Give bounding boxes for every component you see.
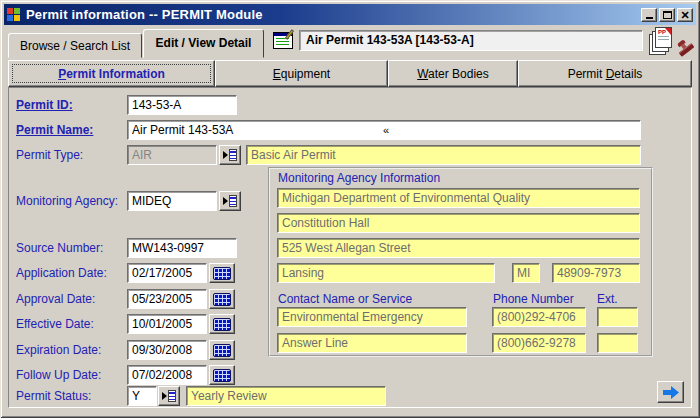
permit-type-dropdown-button[interactable] <box>219 145 241 165</box>
phone-number-header: Phone Number <box>493 291 574 307</box>
tab-label: Water Bodies <box>417 67 489 81</box>
tab-label-post: ater Bodies <box>428 67 489 81</box>
window-title: Permit information -- PERMIT Module <box>26 7 263 22</box>
permit-type-label: Permit Type: <box>16 145 83 165</box>
monitoring-agency-dropdown-button[interactable] <box>219 191 241 211</box>
record-display: Air Permit 143-53A [143-53-A] <box>299 30 643 51</box>
application-date-calendar-button[interactable] <box>209 263 235 283</box>
agency-state-field: MI <box>512 263 540 283</box>
permit-name-input[interactable] <box>127 120 641 140</box>
agency-name-field: Michigan Department of Environmental Qua… <box>277 188 640 208</box>
expiration-date-label: Expiration Date: <box>16 340 101 360</box>
tab-label-pre: Permit <box>568 67 606 81</box>
monitoring-agency-input[interactable] <box>127 191 217 211</box>
hotkey-letter: P <box>58 67 66 81</box>
agency-zip-field: 48909-7973 <box>552 263 640 283</box>
tab-water-bodies[interactable]: Water Bodies <box>388 60 518 87</box>
approval-date-input[interactable] <box>127 289 207 309</box>
tab-label-post: etails <box>614 67 642 81</box>
report-icon: PP <box>655 27 672 48</box>
tab-equipment[interactable]: Equipment <box>215 60 388 87</box>
tab-label-post: quipment <box>281 67 330 81</box>
ext-header: Ext. <box>597 291 618 307</box>
windows-logo-icon[interactable] <box>7 8 22 22</box>
titlebar[interactable]: Permit information -- PERMIT Module ✕ <box>4 4 696 25</box>
tab-label: Equipment <box>273 67 330 81</box>
dropdown-arrow-icon <box>162 392 167 400</box>
maximize-button[interactable] <box>659 8 675 22</box>
application-date-input[interactable] <box>127 263 207 283</box>
permit-type-description: Basic Air Permit <box>246 145 641 165</box>
pencil-icon <box>285 29 294 40</box>
permit-status-label: Permit Status: <box>16 386 91 406</box>
permit-module-window: Permit information -- PERMIT Module ✕ Br… <box>0 0 700 418</box>
dropdown-list-icon <box>168 390 176 402</box>
follow-up-date-input[interactable] <box>127 365 207 385</box>
tab-label: Permit Details <box>568 67 643 81</box>
calendar-icon <box>213 369 231 382</box>
agency-city-field: Lansing <box>277 263 495 283</box>
next-record-button[interactable] <box>657 381 684 403</box>
minimize-button[interactable] <box>641 8 657 22</box>
close-button[interactable]: ✕ <box>677 8 693 22</box>
effective-date-input[interactable] <box>127 314 207 334</box>
right-arrow-icon <box>663 386 679 399</box>
approval-date-calendar-button[interactable] <box>209 289 235 309</box>
monitoring-agency-label: Monitoring Agency: <box>16 191 118 211</box>
monitoring-agency-panel-title: Monitoring Agency Information <box>278 171 440 185</box>
maximize-icon <box>663 11 672 19</box>
red-flag-icon <box>665 28 671 35</box>
expiration-date-calendar-button[interactable] <box>209 340 235 360</box>
stamp-icon <box>673 36 697 60</box>
permit-id-input[interactable] <box>127 95 237 115</box>
minimize-icon <box>646 17 653 19</box>
follow-up-date-calendar-button[interactable] <box>209 365 235 385</box>
calendar-icon <box>213 267 231 280</box>
contact-name-header: Contact Name or Service <box>278 291 412 307</box>
dropdown-list-icon <box>229 149 237 161</box>
follow-up-date-label: Follow Up Date: <box>16 365 101 385</box>
permit-name-label: Permit Name: <box>16 120 93 140</box>
agency-address1-field: Constitution Hall <box>277 213 640 233</box>
application-date-label: Application Date: <box>16 263 107 283</box>
effective-date-calendar-button[interactable] <box>209 314 235 334</box>
tab-permit-information[interactable]: Permit Information <box>8 60 215 87</box>
calendar-icon <box>213 344 231 357</box>
source-number-label: Source Number: <box>16 238 103 258</box>
dropdown-list-icon <box>229 195 237 207</box>
expiration-date-input[interactable] <box>127 340 207 360</box>
close-icon: ✕ <box>680 10 689 20</box>
permit-status-input[interactable] <box>127 386 157 406</box>
effective-date-label: Effective Date: <box>16 314 94 334</box>
permit-id-label: Permit ID: <box>16 95 73 115</box>
dropdown-arrow-icon <box>223 151 228 159</box>
contact-ext-field <box>597 307 638 327</box>
calendar-icon <box>213 293 231 306</box>
contact-name-field: Answer Line <box>277 333 467 353</box>
tab-permit-details[interactable]: Permit Details <box>518 60 692 87</box>
contact-ext-field <box>597 333 638 353</box>
contact-phone-field: (800)662-9278 <box>492 333 586 353</box>
dropdown-arrow-icon <box>223 197 228 205</box>
form-window-icon[interactable] <box>273 32 293 49</box>
source-number-input[interactable] <box>127 238 237 258</box>
calendar-icon <box>213 318 231 331</box>
tab-label-post: ermit Information <box>66 67 165 81</box>
approval-date-label: Approval Date: <box>16 289 95 309</box>
tab-label: Permit Information <box>58 67 165 81</box>
permit-type-input <box>127 145 217 165</box>
hotkey-letter: E <box>273 67 281 81</box>
report-icon-lines <box>658 36 669 41</box>
contact-phone-field: (800)292-4706 <box>492 307 586 327</box>
permit-status-description: Yearly Review <box>186 386 386 406</box>
tab-browse-search-list[interactable]: Browse / Search List <box>8 33 142 58</box>
contact-name-field: Environmental Emergency <box>277 307 467 327</box>
agency-address2-field: 525 West Allegan Street <box>277 238 640 258</box>
hotkey-letter: W <box>417 67 428 81</box>
tab-edit-view-detail[interactable]: Edit / View Detail <box>143 29 264 58</box>
permit-status-dropdown-button[interactable] <box>158 386 180 406</box>
report-stamp-button[interactable]: PP <box>649 27 696 57</box>
